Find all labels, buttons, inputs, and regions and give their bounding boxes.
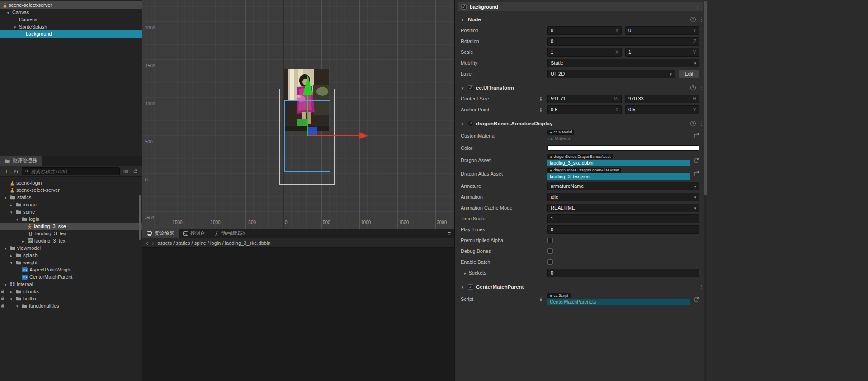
anchor-x-input[interactable]: 0.5X bbox=[547, 105, 622, 114]
mobility-select[interactable]: Static bbox=[547, 59, 699, 67]
sort-icon[interactable] bbox=[12, 168, 19, 175]
help-icon[interactable] bbox=[690, 85, 696, 90]
chevron-right-icon[interactable] bbox=[9, 252, 14, 258]
hierarchy-item-spritesplash[interactable]: SpriteSplash bbox=[0, 23, 142, 30]
section-menu-icon[interactable] bbox=[698, 16, 704, 23]
dragon-atlas-asset-slot[interactable]: dragonBones.DragonBonesAtlasAsset laodin… bbox=[547, 168, 690, 180]
asset-picker-icon[interactable] bbox=[694, 296, 699, 302]
enable-batch-checkbox[interactable] bbox=[547, 259, 553, 265]
premultiplied-alpha-checkbox[interactable] bbox=[547, 238, 553, 243]
content-size-h-input[interactable]: 970.33H bbox=[625, 95, 699, 103]
chevron-down-icon[interactable] bbox=[14, 216, 20, 222]
animation-cache-mode-select[interactable]: REALTIME bbox=[547, 204, 699, 212]
uitransform-enabled-checkbox[interactable] bbox=[468, 85, 473, 90]
tab-console[interactable]: 控制台 bbox=[179, 229, 210, 238]
asset-picker-icon[interactable] bbox=[694, 133, 699, 138]
asset-item-login[interactable]: login bbox=[0, 215, 142, 223]
section-header-node[interactable]: Node bbox=[458, 14, 704, 25]
dragon-asset-slot[interactable]: dragonBones.DragonBonesAsset laoding_3_s… bbox=[547, 154, 690, 166]
scale-y-input[interactable]: 1Y bbox=[625, 48, 699, 57]
chevron-down-icon[interactable] bbox=[5, 10, 11, 15]
armature-enabled-checkbox[interactable] bbox=[468, 121, 473, 126]
asset-item-spine[interactable]: spine bbox=[0, 208, 142, 215]
animation-select[interactable]: idle bbox=[547, 193, 699, 201]
center-match-parent-enabled-checkbox[interactable] bbox=[468, 284, 473, 290]
chevron-down-icon[interactable] bbox=[460, 17, 465, 22]
nav-back-icon[interactable] bbox=[146, 239, 148, 247]
lock-icon[interactable] bbox=[539, 108, 543, 112]
asset-item-splash[interactable]: splash bbox=[0, 252, 142, 259]
panel-menu-icon[interactable] bbox=[134, 157, 138, 164]
asset-item-scene-select-server[interactable]: scene-select-server bbox=[0, 186, 142, 194]
position-x-input[interactable]: 0X bbox=[547, 26, 622, 35]
chevron-down-icon[interactable] bbox=[12, 24, 18, 29]
script-slot[interactable]: cc.Script CenterMatchParent.ts bbox=[547, 293, 690, 305]
header-menu-icon[interactable] bbox=[694, 4, 700, 10]
hierarchy-item-background[interactable]: background bbox=[0, 30, 142, 38]
asset-item-viewmodel[interactable]: viewmodel bbox=[0, 244, 142, 252]
chevron-right-icon[interactable] bbox=[9, 202, 14, 207]
assets-scrollbar[interactable] bbox=[139, 195, 141, 240]
help-icon[interactable] bbox=[690, 121, 696, 126]
chevron-down-icon[interactable] bbox=[9, 209, 14, 214]
play-times-input[interactable]: 0 bbox=[547, 225, 699, 234]
layer-edit-button[interactable]: Edit bbox=[679, 70, 699, 78]
armature-select[interactable]: armatureName bbox=[547, 182, 699, 190]
anchor-y-input[interactable]: 0.5Y bbox=[625, 105, 699, 114]
chevron-down-icon[interactable] bbox=[460, 121, 465, 126]
list-view-icon[interactable] bbox=[122, 168, 129, 175]
help-icon[interactable] bbox=[690, 17, 696, 22]
lock-icon[interactable] bbox=[539, 297, 543, 301]
section-header-armature-display[interactable]: dragonBones.ArmatureDisplay bbox=[458, 118, 704, 129]
hierarchy-scene-root[interactable]: scene-select-server bbox=[0, 1, 142, 9]
asset-item-laoding-3-tex-json[interactable]: {} laoding_3_tex bbox=[0, 230, 142, 237]
asset-item-internal[interactable]: internal bbox=[0, 281, 142, 288]
content-size-w-input[interactable]: 591.71W bbox=[547, 95, 622, 103]
debug-bones-checkbox[interactable] bbox=[547, 248, 553, 254]
asset-item-scene-login[interactable]: scene-login bbox=[0, 179, 142, 186]
inspector-scrollbar-thumb[interactable] bbox=[704, 1, 707, 195]
nav-forward-icon[interactable] bbox=[152, 239, 154, 247]
asset-item-laoding-3-tex-image[interactable]: laoding_3_tex bbox=[0, 237, 142, 244]
section-menu-icon[interactable] bbox=[698, 120, 704, 127]
chevron-down-icon[interactable] bbox=[3, 281, 8, 287]
asset-item-laoding-3-ske[interactable]: laoding_3_ske bbox=[0, 223, 142, 230]
time-scale-input[interactable]: 1 bbox=[547, 214, 699, 223]
chevron-right-icon[interactable] bbox=[20, 238, 26, 243]
rotation-input[interactable]: 0Z bbox=[547, 37, 699, 46]
chevron-down-icon[interactable] bbox=[3, 195, 8, 200]
tab-asset-preview[interactable]: 资源预览 bbox=[142, 229, 179, 238]
position-y-input[interactable]: 0Y bbox=[625, 26, 699, 35]
asset-picker-icon[interactable] bbox=[694, 157, 699, 163]
asset-picker-icon[interactable] bbox=[694, 171, 699, 176]
chevron-down-icon[interactable] bbox=[460, 85, 465, 90]
asset-item-functionalities[interactable]: functionalities bbox=[0, 302, 142, 310]
chevron-down-icon[interactable] bbox=[9, 296, 14, 301]
asset-item-chunks[interactable]: chunks bbox=[0, 288, 142, 295]
add-asset-icon[interactable] bbox=[3, 168, 10, 175]
refresh-icon[interactable] bbox=[132, 168, 139, 175]
asset-item-image[interactable]: image bbox=[0, 201, 142, 208]
asset-search-box[interactable] bbox=[22, 167, 120, 175]
scene-viewport[interactable]: 2000 1500 1000 500 0 -500 -1500 -1000 -5… bbox=[142, 0, 454, 229]
asset-search-input[interactable] bbox=[31, 169, 117, 174]
section-menu-icon[interactable] bbox=[698, 85, 704, 91]
asset-item-builtin[interactable]: builtin bbox=[0, 295, 142, 302]
chevron-right-icon[interactable] bbox=[464, 270, 467, 276]
scale-x-input[interactable]: 1X bbox=[547, 48, 622, 57]
section-menu-icon[interactable] bbox=[698, 284, 704, 290]
tab-assets[interactable]: 资源管理器 bbox=[0, 156, 42, 166]
asset-item-centermatchparent[interactable]: TS CenterMatchParent bbox=[0, 273, 142, 281]
asset-item-statics[interactable]: statics bbox=[0, 194, 142, 201]
asset-item-aspectratioweight[interactable]: TS AspectRatioWeight bbox=[0, 266, 142, 273]
sockets-count-input[interactable]: 0 bbox=[547, 269, 699, 277]
hierarchy-item-canvas[interactable]: Canvas bbox=[0, 9, 142, 16]
chevron-down-icon[interactable] bbox=[14, 303, 20, 309]
chevron-right-icon[interactable] bbox=[9, 289, 14, 294]
chevron-down-icon[interactable] bbox=[460, 284, 465, 290]
custom-material-slot[interactable]: cc.Material cc.Material bbox=[547, 130, 690, 142]
inspector-scrollbar[interactable] bbox=[704, 0, 707, 381]
color-swatch[interactable] bbox=[547, 145, 699, 151]
chevron-down-icon[interactable] bbox=[9, 260, 14, 265]
tab-animation-editor[interactable]: 动画编辑器 bbox=[210, 229, 250, 238]
